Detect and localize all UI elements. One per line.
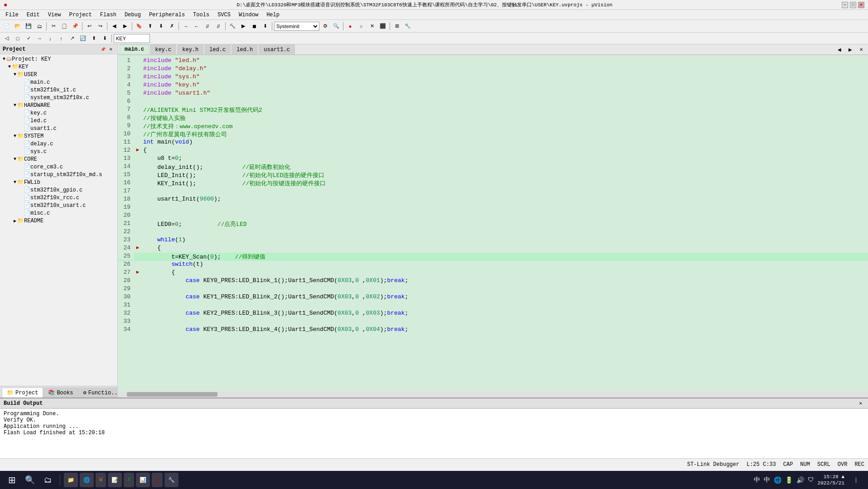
tray-battery-icon[interactable]: 🔋	[785, 476, 793, 484]
tb2-btn8[interactable]: 🔃	[78, 34, 88, 43]
tb2-btn9[interactable]: ⬆	[89, 34, 99, 43]
taskbar-app-unknown3[interactable]: 🔧	[164, 473, 178, 487]
build-output-close[interactable]: ✕	[857, 400, 864, 407]
tree-item-usart[interactable]: 📄 stm32f10x_usart.c	[1, 201, 116, 209]
tree-item-main-c[interactable]: 📄 main.c	[1, 78, 116, 86]
clear-bookmark-button[interactable]: ✗	[167, 21, 177, 31]
taskbar-app-uvision[interactable]: μ	[152, 473, 162, 487]
indent-button[interactable]: →	[181, 21, 191, 31]
maximize-button[interactable]: □	[850, 2, 856, 8]
tb2-btn5[interactable]: ↓	[45, 34, 55, 43]
minimize-button[interactable]: ─	[842, 2, 848, 8]
tab-led-c[interactable]: led.c	[204, 44, 231, 54]
tree-item-readme[interactable]: ▶ 📁 README	[1, 217, 116, 225]
x-button[interactable]: ✕	[367, 21, 377, 31]
menu-view[interactable]: View	[44, 11, 65, 19]
undo-button[interactable]: ↩	[84, 21, 94, 31]
tree-item-key-c[interactable]: 📄 key.c	[1, 109, 116, 117]
tree-item-startup[interactable]: 📄 startup_stm32f10x_md.s	[1, 171, 116, 178]
menu-svcs[interactable]: SVCS	[214, 11, 234, 19]
next-bookmark-button[interactable]: ⬇	[156, 21, 166, 31]
download-button[interactable]: ⬇	[260, 21, 270, 31]
menu-window[interactable]: Window	[235, 11, 262, 19]
tab-books[interactable]: 📚 Books	[43, 388, 78, 398]
save-button[interactable]: 💾	[24, 21, 34, 31]
taskbar-app-excel[interactable]: X	[124, 473, 134, 487]
search2-button[interactable]: 🔍	[331, 21, 341, 31]
prev-bookmark-button[interactable]: ⬆	[145, 21, 155, 31]
run-button[interactable]: ▶	[238, 21, 248, 31]
tb2-btn2[interactable]: □	[13, 34, 23, 43]
tab-close-button[interactable]: ✕	[856, 44, 866, 54]
tab-project[interactable]: 📁 Project	[2, 388, 43, 398]
taskbar-app-unknown2[interactable]: 📊	[136, 473, 150, 487]
tree-item-system-stm32[interactable]: 📄 system_stm32f10x.c	[1, 94, 116, 101]
tray-network-icon[interactable]: 🌐	[774, 476, 781, 484]
tab-usart1-c[interactable]: usart1.c	[259, 44, 295, 54]
start-button[interactable]: ⊞	[4, 472, 20, 488]
key-input[interactable]	[114, 34, 150, 43]
menu-edit[interactable]: Edit	[23, 11, 43, 19]
red-circle-button[interactable]: ●	[345, 21, 355, 31]
panel-close-button[interactable]: ✕	[107, 46, 115, 53]
stop2-button[interactable]: ⬛	[378, 21, 388, 31]
tab-functions[interactable]: ⚙ Functio...	[78, 388, 118, 398]
tree-item-rcc[interactable]: 📄 stm32f10x_rcc.c	[1, 194, 116, 201]
tray-keyboard-icon[interactable]: 中	[754, 476, 760, 484]
tree-item-fwlib[interactable]: ▼ 📁 FWLib	[1, 178, 116, 186]
new-file-button[interactable]: 📄	[2, 21, 12, 31]
menu-help[interactable]: Help	[263, 11, 283, 19]
panel-pin-button[interactable]: 📌	[99, 46, 106, 53]
menu-debug[interactable]: Debug	[121, 11, 145, 19]
taskbar-app-word[interactable]: W	[96, 473, 106, 487]
tree-item-delay-c[interactable]: 📄 delay.c	[1, 140, 116, 148]
tb2-btn4[interactable]: →	[34, 34, 44, 43]
tb2-btn6[interactable]: ↑	[56, 34, 66, 43]
tb2-btn1[interactable]: ◁	[2, 34, 12, 43]
tree-item-sys-c[interactable]: 📄 sys.c	[1, 148, 116, 155]
nav-fwd-button[interactable]: ▶	[120, 21, 130, 31]
unindent-button[interactable]: ←	[192, 21, 202, 31]
code-editor[interactable]: 1 #include "led.h" 2 #include "delay.h" …	[118, 55, 868, 391]
comment-button[interactable]: //	[203, 21, 212, 31]
search-button[interactable]: 🔍	[22, 472, 38, 488]
cut-button[interactable]: ✂	[48, 21, 58, 31]
menu-peripherals[interactable]: Peripherals	[145, 11, 188, 19]
tab-prev-button[interactable]: ◀	[834, 44, 844, 54]
menu-flash[interactable]: Flash	[96, 11, 120, 19]
tab-led-h[interactable]: led.h	[231, 44, 258, 54]
tray-volume-icon[interactable]: 🔊	[796, 476, 804, 484]
options-btn[interactable]: 🔧	[403, 21, 413, 31]
config-button[interactable]: ⚙	[320, 21, 330, 31]
taskbar-clock[interactable]: 15:28 ▲ 2022/5/21	[818, 474, 844, 487]
close-button[interactable]: ✕	[858, 2, 864, 8]
tree-item-core-cm3[interactable]: 📄 core_cm3.c	[1, 163, 116, 171]
redo-button[interactable]: ↪	[95, 21, 105, 31]
tray-antivirus-icon[interactable]: 🛡	[808, 476, 814, 484]
tree-item-led-c[interactable]: 📄 led.c	[1, 117, 116, 125]
code-scrollbar-h[interactable]	[118, 391, 868, 398]
taskbar-app-explorer[interactable]: 📁	[64, 473, 78, 487]
taskbar-app-edge[interactable]: 🌐	[80, 473, 94, 487]
tb2-btn10[interactable]: ⬇	[100, 34, 110, 43]
tab-main-c[interactable]: main.c	[120, 44, 149, 54]
taskbar-app-unknown1[interactable]: 📝	[108, 473, 122, 487]
open-button[interactable]: 📂	[13, 21, 23, 31]
target-select[interactable]: Systeminit	[274, 22, 319, 31]
show-desktop-button[interactable]: │	[848, 472, 864, 488]
tb2-btn3[interactable]: ✓	[24, 34, 34, 43]
bookmark-button[interactable]: 🔖	[134, 21, 144, 31]
task-view-button[interactable]: 🗂	[40, 472, 56, 488]
copy-button[interactable]: 📋	[59, 21, 69, 31]
tree-item-user[interactable]: ▼ 📁 USER	[1, 71, 116, 78]
nav-back-button[interactable]: ◀	[109, 21, 119, 31]
tab-key-h[interactable]: key.h	[177, 44, 203, 54]
tree-item-root[interactable]: ▼ 🗂 Project: KEY	[1, 55, 116, 63]
paste-button[interactable]: 📌	[70, 21, 80, 31]
tab-key-c[interactable]: key.c	[150, 44, 176, 54]
tree-item-misc[interactable]: 📄 misc.c	[1, 209, 116, 217]
save-all-button[interactable]: 🗂	[34, 21, 44, 31]
tab-next-button[interactable]: ▶	[845, 44, 855, 54]
uncomment-button[interactable]: //	[213, 21, 223, 31]
tree-item-core[interactable]: ▼ 📁 CORE	[1, 155, 116, 163]
